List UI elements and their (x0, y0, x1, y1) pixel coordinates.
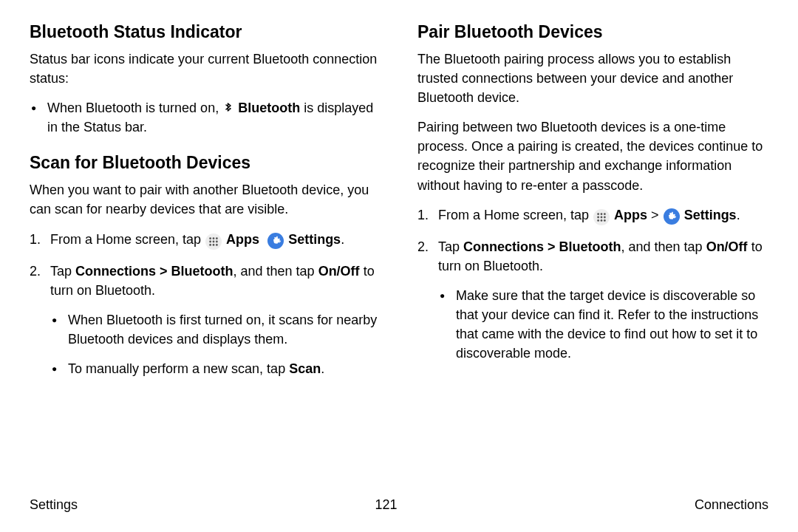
apps-icon (205, 233, 222, 250)
bullet-item: To manually perform a new scan, tap Scan… (68, 359, 381, 378)
text: > (647, 208, 663, 222)
bluetooth-icon (223, 100, 233, 115)
bold-text: Connections > Bluetooth (463, 239, 621, 254)
bold-text: Bluetooth (238, 100, 300, 115)
paragraph: Status bar icons indicate your current B… (30, 50, 381, 88)
text: To manually perform a new scan, tap (68, 361, 289, 376)
heading-pair-bluetooth-devices: Pair Bluetooth Devices (417, 22, 768, 42)
step-item: From a Home screen, tap Apps Settings. (50, 230, 381, 250)
footer-right: Connections (695, 497, 768, 513)
text: From a Home screen, tap (50, 232, 205, 247)
settings-icon (267, 233, 284, 249)
bold-text: Connections > Bluetooth (75, 264, 233, 279)
bold-text: Settings (288, 232, 341, 247)
footer-left: Settings (30, 497, 78, 513)
bold-text: Apps (614, 208, 647, 222)
text: . (737, 208, 740, 222)
text: , and then tap (621, 239, 706, 254)
step-item: From a Home screen, tap Apps > Settings. (438, 205, 768, 225)
page-number: 121 (375, 497, 397, 513)
bold-text: Settings (684, 208, 737, 222)
left-column: Bluetooth Status Indicator Status bar ic… (30, 22, 381, 390)
bold-text: On/Off (706, 239, 748, 254)
bold-text: On/Off (318, 264, 360, 279)
page-footer: Settings 121 Connections (30, 497, 768, 513)
step-item: Tap Connections > Bluetooth, and then ta… (50, 262, 381, 378)
text: From a Home screen, tap (438, 208, 593, 222)
heading-bluetooth-status-indicator: Bluetooth Status Indicator (30, 22, 381, 42)
bullet-item: When Bluetooth is turned on, Bluetooth i… (47, 98, 381, 137)
paragraph: The Bluetooth pairing process allows you… (417, 50, 768, 107)
paragraph: Pairing between two Bluetooth devices is… (417, 117, 768, 194)
right-column: Pair Bluetooth Devices The Bluetooth pai… (417, 22, 768, 390)
bullet-item: Make sure that the target device is disc… (456, 286, 768, 363)
bold-text: Apps (226, 232, 259, 247)
bold-text: Scan (289, 361, 321, 376)
heading-scan-for-bluetooth-devices: Scan for Bluetooth Devices (30, 153, 381, 173)
text: Tap (50, 264, 75, 279)
text: . (341, 232, 344, 247)
text: When Bluetooth is turned on, (47, 100, 222, 115)
bullet-item: When Bluetooth is first turned on, it sc… (68, 310, 381, 349)
settings-icon (664, 208, 680, 225)
text: . (321, 361, 324, 376)
text: , and then tap (233, 264, 318, 279)
apps-icon (593, 209, 610, 225)
text: Tap (438, 239, 463, 254)
step-item: Tap Connections > Bluetooth, and then ta… (438, 237, 768, 364)
paragraph: When you want to pair with another Bluet… (30, 180, 381, 219)
